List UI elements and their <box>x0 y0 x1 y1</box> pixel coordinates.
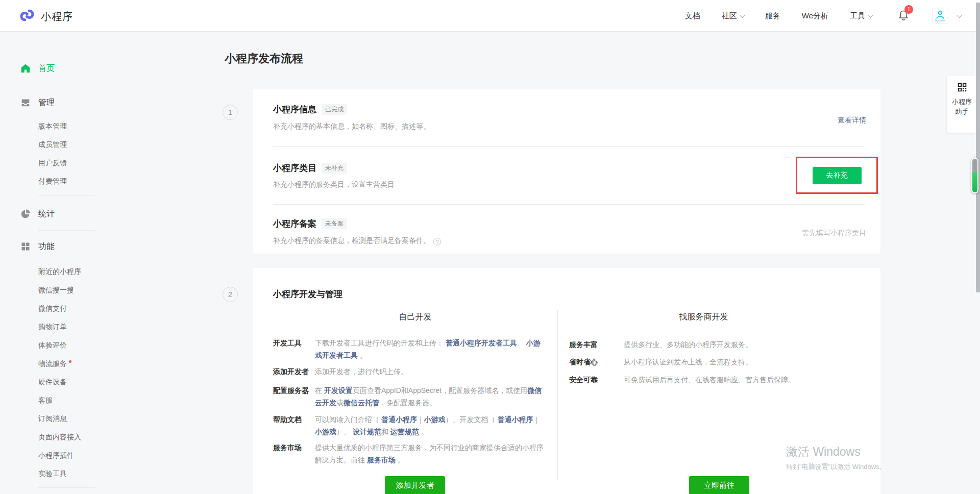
status-badge: 未补充 <box>322 163 347 174</box>
grid-icon <box>19 240 32 253</box>
sidebar-item-payment-manage[interactable]: 付费管理 <box>38 177 67 188</box>
row-label: 添加开发者 <box>273 365 319 378</box>
row-text: 可以阅读入门介绍（ 普通小程序｜小游戏）、开发文档（ 普通小程序｜小游戏）、 设… <box>315 413 546 438</box>
sidebar-item-home[interactable]: 首页 <box>19 63 55 74</box>
column-header-find-provider: 找服务商开发 <box>557 312 850 323</box>
sidebar-item-version-manage[interactable]: 版本管理 <box>38 122 67 133</box>
logo-text: 小程序 <box>41 10 73 23</box>
step-1-number: 1 <box>223 105 238 120</box>
sidebar-item-shopping-orders[interactable]: 购物订单 <box>38 323 67 334</box>
row-text: 从小程序认证到发布上线，全流程支持。 <box>624 356 848 368</box>
section-miniprogram-filing: 小程序备案 未备案 <box>273 218 347 230</box>
sidebar-separator <box>38 85 95 85</box>
section-develop-manage: 小程序开发与管理 <box>273 288 342 300</box>
row-text: 下载开发者工具进行代码的开发和上传： 普通小程序开发者工具、 小游戏开发者工具 … <box>315 337 546 361</box>
section-title: 小程序开发与管理 <box>273 288 342 300</box>
section-desc: 补充小程序的备案信息，检测是否满足备案条件。? <box>273 236 441 245</box>
sidebar-item-wechat-search[interactable]: 微信搜一搜 <box>38 286 74 297</box>
sidebar-item-manage[interactable]: 管理 <box>19 97 55 108</box>
view-details-link[interactable]: 查看详情 <box>838 116 866 125</box>
sidebar-item-miniprogram-plugin[interactable]: 小程序插件 <box>38 451 74 462</box>
status-badge: 未备案 <box>322 218 347 229</box>
sidebar-item-nearby-miniprogram[interactable]: 附近的小程序 <box>38 267 81 279</box>
browser-scrollbar-thumb[interactable] <box>976 3 980 292</box>
link-intro-minigame[interactable]: 小游戏 <box>424 415 446 424</box>
avatar[interactable]: Skychaker <box>932 8 948 24</box>
sidebar-separator <box>38 195 95 196</box>
link-design-spec[interactable]: 设计规范 <box>353 428 381 436</box>
tray-icon <box>19 96 32 109</box>
app-logo[interactable]: 小程序 <box>19 8 73 25</box>
link-dev-settings[interactable]: 开发设置 <box>324 386 353 394</box>
sidebar-item-page-content-access[interactable]: 页面内容接入 <box>38 433 81 444</box>
sidebar-item-label: 功能 <box>38 241 55 252</box>
link-service-market[interactable]: 服务市场 <box>367 456 396 464</box>
scroll-pill-green-part <box>972 172 977 192</box>
nav-tools[interactable]: 工具 <box>850 11 872 21</box>
row-text: 在 开发设置页面查看AppID和AppSecret，配置服务器域名，或使用微信云… <box>315 384 546 409</box>
link-operation-spec[interactable]: 运营规范 <box>390 428 419 436</box>
chevron-down-icon <box>868 12 873 18</box>
nav-docs[interactable]: 文档 <box>685 11 700 21</box>
row-label: 省时省心 <box>569 356 615 368</box>
section-miniprogram-category: 小程序类目 未补充 <box>273 162 347 174</box>
sidebar-item-experience-review[interactable]: 体验评价 <box>38 341 67 352</box>
scroll-pill-gray-part <box>972 159 977 172</box>
nav-community[interactable]: 社区 <box>722 11 744 21</box>
home-icon <box>19 62 32 75</box>
row-label: 开发工具 <box>273 337 319 349</box>
column-header-self-develop: 自己开发 <box>273 312 557 323</box>
sidebar-item-features[interactable]: 功能 <box>19 241 55 252</box>
fill-category-button[interactable]: 去补充 <box>813 167 862 184</box>
sidebar-item-wechat-pay[interactable]: 微信支付 <box>38 304 67 315</box>
assistant-label-line2: 助手 <box>947 107 976 116</box>
sidebar-separator <box>38 230 95 231</box>
go-now-button[interactable]: 立即前往 <box>689 476 749 494</box>
sidebar-divider <box>131 50 131 494</box>
link-devdoc-minigame[interactable]: 小游戏 <box>315 428 336 436</box>
row-label: 帮助文档 <box>273 413 319 426</box>
account-chevron-down-icon[interactable] <box>957 12 962 18</box>
avatar-logo-icon <box>935 10 945 19</box>
sidebar-item-hardware-devices[interactable]: 硬件设备 <box>38 378 67 389</box>
section-title: 小程序信息 <box>273 104 316 115</box>
page-title: 小程序发布流程 <box>225 51 303 66</box>
link-devdoc-miniprogram[interactable]: 普通小程序 <box>498 415 533 424</box>
miniprogram-logo-icon <box>19 8 35 25</box>
sidebar-item-label: 首页 <box>38 63 55 74</box>
column-divider <box>557 310 558 480</box>
miniprogram-assistant-widget[interactable]: 小程序 助手 <box>947 76 976 133</box>
sidebar-item-user-feedback[interactable]: 用户反馈 <box>38 159 67 170</box>
link-intro-miniprogram[interactable]: 普通小程序 <box>381 415 417 424</box>
status-badge: 已完成 <box>322 104 347 115</box>
sidebar-item-subscribe-message[interactable]: 订阅消息 <box>38 414 67 426</box>
nav-services[interactable]: 服务 <box>765 11 780 21</box>
notification-badge: 1 <box>904 5 913 14</box>
sidebar-item-stats[interactable]: 统计 <box>19 208 55 219</box>
scroll-indicator-pill[interactable] <box>971 158 978 193</box>
sidebar-item-member-manage[interactable]: 成员管理 <box>38 140 67 152</box>
row-text: 提供大量优质的小程序第三方服务，为不同行业的商家提供合适的小程序解决方案。前往 … <box>315 441 546 466</box>
nav-weanalytics[interactable]: We分析 <box>802 11 828 21</box>
row-text: 提供多行业、多功能的小程序开发服务。 <box>624 338 848 351</box>
row-label: 安全可靠 <box>569 374 615 386</box>
section-desc: 补充小程序的基本信息，如名称、图标、描述等。 <box>273 122 430 131</box>
section-title: 小程序类目 <box>273 162 316 174</box>
sidebar-item-logistics-service[interactable]: 物流服务 <box>38 359 71 370</box>
qr-code-icon <box>947 82 976 95</box>
sidebar-item-customer-service[interactable]: 客服 <box>38 396 53 407</box>
pie-chart-icon <box>19 208 32 220</box>
add-developer-button[interactable]: 添加开发者 <box>385 476 445 494</box>
top-header: 小程序 文档 社区 服务 We分析 工具 1 Skychaker <box>0 0 980 32</box>
card-divider <box>273 146 865 147</box>
sidebar-separator <box>38 487 95 488</box>
step-2-number: 2 <box>223 287 238 302</box>
link-normal-miniprogram-devtool[interactable]: 普通小程序开发者工具 <box>446 339 517 347</box>
section-desc: 补充小程序的服务类目，设置主营类目 <box>273 180 395 189</box>
develop-manage-card: 小程序开发与管理 自己开发 找服务商开发 开发工具 下载开发者工具进行代码的开发… <box>253 268 880 494</box>
question-circle-icon[interactable]: ? <box>433 238 441 245</box>
sidebar-item-experiment-tools[interactable]: 实验工具 <box>38 470 67 481</box>
row-text: 可免费试用后再支付、在线客服响应、官方售后保障。 <box>624 374 848 386</box>
notification-bell-button[interactable]: 1 <box>897 9 911 22</box>
link-wechat-cloud-hosting[interactable]: 微信云托管 <box>344 399 379 407</box>
